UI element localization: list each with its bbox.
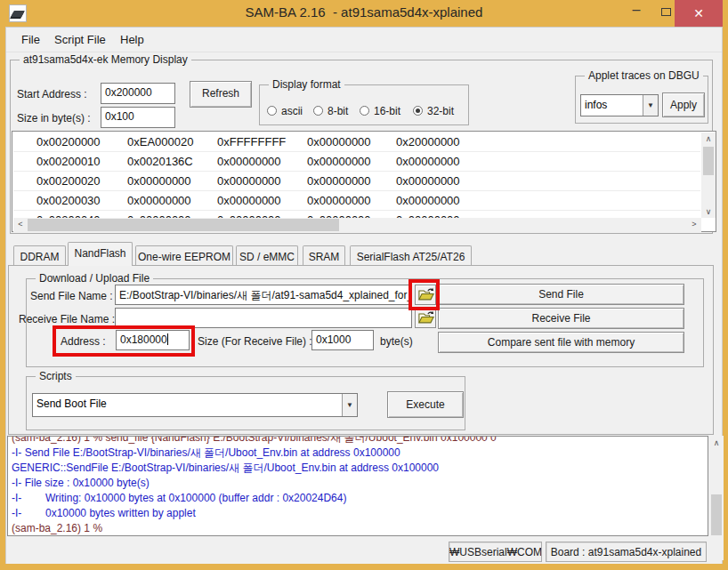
memory-vertical-scrollbar[interactable]: ∧ ∨	[701, 132, 716, 218]
menu-help[interactable]: Help	[120, 33, 144, 46]
execute-button[interactable]: Execute	[387, 391, 464, 418]
console-log: (sam-ba_2.16) 1 % send_file {NandFlash} …	[8, 436, 708, 536]
memory-hex-table[interactable]: 0x002000000xEA0000200xFFFFFFFF0x00000000…	[12, 131, 716, 232]
mem-val: 0x00000000	[127, 194, 191, 207]
console-line: (sam-ba_2.16) 1 % send_file {NandFlash} …	[12, 436, 708, 446]
scripts-group-title: Scripts	[36, 370, 76, 382]
memory-display-group-title: at91sama5d4x-ek Memory Display	[20, 53, 191, 66]
scroll-right-icon[interactable]: >	[689, 220, 700, 229]
radio-ascii[interactable]	[267, 106, 277, 116]
memory-horizontal-scrollbar[interactable]: < >	[13, 218, 701, 232]
receive-size-input[interactable]: 0x1000	[311, 330, 374, 350]
receive-file-button[interactable]: Receive File	[438, 308, 684, 329]
app-window: SAM-BA 2.16 - at91sama5d4x-xplained – ✕ …	[0, 0, 728, 570]
board-status: Board : at91sama5d4x-xplained	[546, 542, 707, 562]
scripts-group: Scripts Send Boot File ▼ Execute	[26, 376, 465, 430]
mem-val: 0x00000000	[307, 135, 371, 149]
radio-8bit-label: 8-bit	[328, 105, 348, 117]
radio-16bit-label: 16-bit	[374, 105, 400, 117]
address-value: 0x180000	[120, 333, 167, 346]
bytes-unit-label: byte(s)	[380, 335, 413, 348]
tab-sd-emmc[interactable]: SD / eMMC	[236, 245, 298, 265]
radio-8bit[interactable]	[313, 106, 323, 116]
send-file-name-input[interactable]: E:/BootStrap-VI/binaries/새 폴더/at91-sama5…	[115, 285, 412, 305]
scripts-dropdown[interactable]: Send Boot File ▼	[32, 393, 358, 417]
scrollbar-thumb[interactable]	[28, 219, 339, 231]
apply-button[interactable]: Apply	[662, 92, 705, 117]
open-folder-icon	[418, 310, 434, 325]
receive-file-name-input[interactable]	[115, 308, 412, 328]
mem-val: 0x00000000	[127, 174, 191, 188]
menu-file[interactable]: File	[21, 33, 40, 46]
applet-traces-selected: infos	[585, 99, 607, 111]
console-line: -I- Send File E:/BootStrap-VI/binaries/새…	[12, 446, 708, 461]
menu-bar: File Script File Help	[6, 28, 722, 52]
address-label: Address :	[61, 335, 106, 348]
mem-val: 0x00000000	[307, 174, 371, 188]
address-input[interactable]: 0x180000	[116, 330, 190, 350]
scroll-up-icon[interactable]: ∧	[701, 134, 716, 143]
applet-traces-group-title: Applet traces on DBGU	[585, 69, 703, 82]
console-line: GENERIC::SendFile E:/BootStrap-VI/binari…	[12, 461, 708, 476]
menu-script-file[interactable]: Script File	[54, 33, 106, 46]
mem-val: 0x00000000	[217, 174, 281, 188]
applet-traces-dropdown[interactable]: infos ▼	[580, 94, 659, 116]
title-bar[interactable]: SAM-BA 2.16 - at91sama5d4x-xplained – ✕	[0, 0, 728, 27]
tab-sram[interactable]: SRAM	[303, 245, 345, 265]
radio-16bit[interactable]	[360, 106, 369, 116]
send-file-button[interactable]: Send File	[438, 284, 684, 305]
maximize-icon	[661, 8, 671, 16]
size-in-bytes-input[interactable]: 0x100	[101, 107, 175, 128]
chevron-down-icon[interactable]: ▼	[643, 95, 658, 116]
scrollbar-thumb[interactable]	[711, 494, 722, 535]
mem-val: 0x00000000	[307, 155, 371, 168]
table-row: 0x002000200x000000000x000000000x00000000…	[13, 172, 700, 191]
receive-file-name-label: Receive File Name :	[19, 313, 115, 325]
connection-port-status: ₩USBserial₩COM8	[449, 542, 542, 562]
mem-val: 0x00000000	[217, 194, 281, 207]
console-line: -I- 0x10000 bytes written by applet	[12, 506, 708, 521]
tab-ddram[interactable]: DDRAM	[13, 245, 66, 265]
radio-ascii-label: ascii	[281, 105, 303, 117]
scroll-up-icon[interactable]: ∧	[709, 438, 724, 447]
display-format-group-title: Display format	[269, 78, 344, 91]
scripts-selected: Send Boot File	[36, 397, 107, 410]
tab-serialflash[interactable]: SerialFlash AT25/AT26	[350, 245, 472, 265]
console-line: (sam-ba_2.16) 1 %	[12, 521, 708, 536]
console-line: -I- Writing: 0x10000 bytes at 0x100000 (…	[12, 491, 708, 506]
mem-addr: 0x00200010	[36, 155, 101, 168]
mem-val: 0x00000000	[396, 155, 460, 168]
tab-one-wire-eeprom[interactable]: One-wire EEPROM	[135, 245, 233, 265]
tab-nandflash[interactable]: NandFlash	[68, 242, 133, 266]
mem-addr: 0x00200030	[36, 194, 101, 207]
scrollbar-thumb[interactable]	[703, 147, 714, 175]
browse-send-file-button[interactable]	[415, 285, 436, 305]
client-area: File Script File Help at91sama5d4x-ek Me…	[5, 27, 723, 564]
browse-receive-file-button[interactable]	[415, 308, 436, 328]
mem-addr: 0x00200020	[36, 174, 101, 188]
minimize-button[interactable]: –	[623, 0, 650, 27]
refresh-button[interactable]: Refresh	[190, 81, 252, 108]
radio-32bit[interactable]	[413, 106, 423, 116]
compare-button[interactable]: Compare sent file with memory	[438, 332, 684, 353]
close-button[interactable]: ✕	[675, 0, 723, 27]
tcl-console[interactable]: (sam-ba_2.16) 1 % send_file {NandFlash} …	[7, 436, 708, 536]
status-bar: ₩USBserial₩COM8 Board : at91sama5d4x-xpl…	[6, 536, 722, 564]
mem-val: 0x20000000	[396, 135, 460, 149]
mem-val: 0x00000000	[217, 155, 281, 168]
download-upload-group-title: Download / Upload File	[36, 272, 153, 285]
mem-val: 0x00000000	[307, 194, 371, 207]
window-title: SAM-BA 2.16 - at91sama5d4x-xplained	[0, 4, 728, 20]
scroll-left-icon[interactable]: <	[15, 220, 26, 229]
console-line: -I- File size : 0x10000 byte(s)	[12, 476, 708, 491]
table-row: 0x002000100x0020136C0x000000000x00000000…	[13, 152, 700, 172]
mem-val: 0xFFFFFFFF	[217, 135, 286, 149]
size-in-bytes-label: Size in byte(s) :	[17, 112, 91, 124]
scroll-down-icon[interactable]: ∨	[701, 207, 716, 216]
table-row: 0x002000400x000000000x000000000x00000000…	[13, 211, 700, 218]
open-folder-icon	[418, 287, 434, 301]
applet-traces-group: Applet traces on DBGU infos ▼ Apply	[575, 76, 708, 124]
chevron-down-icon[interactable]: ▼	[342, 394, 357, 416]
display-format-group: Display format ascii 8-bit 16-bit 32-bit	[259, 84, 469, 125]
start-address-input[interactable]: 0x200000	[101, 83, 175, 104]
